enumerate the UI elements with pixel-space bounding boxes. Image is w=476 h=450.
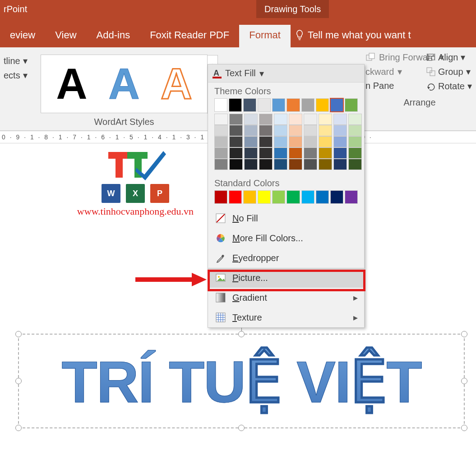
theme-shade-0-0[interactable] [214, 114, 228, 125]
theme-color-7[interactable] [316, 98, 329, 112]
theme-shade-6-1[interactable] [304, 125, 317, 136]
resize-handle-s[interactable] [238, 425, 245, 431]
resize-handle-se[interactable] [461, 425, 467, 431]
tab-review[interactable]: eview [0, 25, 45, 47]
theme-shade-2-0[interactable] [244, 114, 258, 125]
theme-shade-9-0[interactable] [348, 114, 362, 125]
theme-color-6[interactable] [301, 98, 314, 112]
wordart-text[interactable]: TRÍ TUỆ VIỆT [19, 335, 464, 429]
more-fill-colors-item[interactable]: More Fill Colors... [208, 228, 364, 248]
theme-shade-2-1[interactable] [244, 125, 258, 136]
theme-shade-7-1[interactable] [319, 125, 332, 136]
theme-shade-8-0[interactable] [333, 114, 347, 125]
text-fill-button[interactable]: A Text Fill ▾ [208, 64, 364, 83]
picture-fill-item[interactable]: Picture... [208, 268, 364, 288]
wordart-style-1[interactable]: A [56, 59, 87, 109]
theme-shade-2-3[interactable] [244, 147, 258, 159]
tab-format[interactable]: Format [239, 25, 291, 47]
theme-shade-1-4[interactable] [229, 159, 243, 170]
standard-color-5[interactable] [287, 190, 300, 204]
theme-shade-6-0[interactable] [304, 114, 317, 125]
theme-shade-0-2[interactable] [214, 136, 228, 147]
wordart-style-2[interactable]: A [108, 59, 139, 109]
theme-shade-9-3[interactable] [348, 147, 362, 159]
tab-addins[interactable]: Add-ins [87, 25, 140, 47]
theme-shade-8-3[interactable] [333, 147, 347, 159]
wordart-gallery[interactable]: A A A ▲ ▼ ▾ [41, 55, 208, 113]
standard-color-6[interactable] [301, 190, 314, 204]
resize-handle-sw[interactable] [15, 425, 22, 431]
standard-color-3[interactable] [258, 190, 271, 204]
theme-shade-5-3[interactable] [289, 147, 302, 159]
theme-color-1[interactable] [229, 98, 242, 112]
theme-shade-4-4[interactable] [274, 159, 287, 170]
resize-handle-e[interactable] [461, 378, 467, 384]
group-button[interactable]: Group▾ [426, 66, 476, 77]
theme-shade-5-2[interactable] [289, 136, 302, 147]
theme-shade-6-4[interactable] [304, 159, 317, 170]
selected-textbox[interactable]: TRÍ TUỆ VIỆT [18, 334, 465, 428]
theme-shade-8-1[interactable] [333, 125, 347, 136]
standard-color-2[interactable] [243, 190, 256, 204]
texture-fill-item[interactable]: Texture ▸ [208, 308, 364, 327]
theme-shade-7-4[interactable] [319, 159, 332, 170]
theme-shade-3-4[interactable] [259, 159, 273, 170]
theme-shade-9-4[interactable] [348, 159, 362, 170]
tab-foxit[interactable]: Foxit Reader PDF [140, 25, 239, 47]
theme-shade-8-2[interactable] [333, 136, 347, 147]
theme-shade-5-1[interactable] [289, 125, 302, 136]
theme-color-2[interactable] [243, 98, 256, 112]
theme-shade-5-4[interactable] [289, 159, 302, 170]
theme-shade-3-3[interactable] [259, 147, 273, 159]
theme-shade-4-2[interactable] [274, 136, 287, 147]
eyedropper-item[interactable]: Eyedropper [208, 248, 364, 268]
standard-color-8[interactable] [330, 190, 343, 204]
wordart-style-3[interactable]: A [161, 59, 192, 109]
align-button[interactable]: Align▾ [426, 52, 476, 63]
theme-color-9[interactable] [345, 98, 358, 112]
theme-color-0[interactable] [214, 98, 227, 112]
theme-shade-2-2[interactable] [244, 136, 258, 147]
tell-me[interactable]: Tell me what you want t [291, 25, 416, 47]
resize-handle-ne[interactable] [461, 331, 467, 337]
theme-shade-1-2[interactable] [229, 136, 243, 147]
theme-shade-9-1[interactable] [348, 125, 362, 136]
theme-shade-1-3[interactable] [229, 147, 243, 159]
shape-outline-button[interactable]: tline▾ [4, 55, 37, 66]
standard-color-1[interactable] [229, 190, 242, 204]
theme-shade-3-2[interactable] [259, 136, 273, 147]
standard-color-0[interactable] [214, 190, 227, 204]
resize-handle-n[interactable] [238, 331, 245, 337]
theme-color-5[interactable] [287, 98, 300, 112]
tab-view[interactable]: View [45, 25, 86, 47]
theme-shade-9-2[interactable] [348, 136, 362, 147]
standard-color-9[interactable] [345, 190, 358, 204]
theme-shade-4-3[interactable] [274, 147, 287, 159]
theme-shade-7-0[interactable] [319, 114, 332, 125]
theme-shade-8-4[interactable] [333, 159, 347, 170]
gradient-fill-item[interactable]: Gradient ▸ [208, 288, 364, 308]
theme-shade-6-3[interactable] [304, 147, 317, 159]
theme-shade-7-2[interactable] [319, 136, 332, 147]
theme-color-4[interactable] [272, 98, 285, 112]
theme-shade-4-1[interactable] [274, 125, 287, 136]
resize-handle-nw[interactable] [15, 331, 22, 337]
theme-shade-6-2[interactable] [304, 136, 317, 147]
standard-color-4[interactable] [272, 190, 285, 204]
theme-shade-7-3[interactable] [319, 147, 332, 159]
theme-shade-1-1[interactable] [229, 125, 243, 136]
theme-color-3[interactable] [258, 98, 271, 112]
theme-shade-1-0[interactable] [229, 114, 243, 125]
theme-shade-5-0[interactable] [289, 114, 302, 125]
theme-color-8[interactable] [330, 98, 343, 112]
theme-shade-0-1[interactable] [214, 125, 228, 136]
theme-shade-2-4[interactable] [244, 159, 258, 170]
theme-shade-3-1[interactable] [259, 125, 273, 136]
theme-shade-4-0[interactable] [274, 114, 287, 125]
resize-handle-w[interactable] [15, 378, 22, 384]
rotate-button[interactable]: Rotate▾ [426, 81, 476, 92]
theme-shade-0-4[interactable] [214, 159, 228, 170]
theme-shade-3-0[interactable] [259, 114, 273, 125]
shape-effects-button[interactable]: ects▾ [4, 70, 37, 81]
no-fill-item[interactable]: NNo Fillo Fill [208, 208, 364, 228]
